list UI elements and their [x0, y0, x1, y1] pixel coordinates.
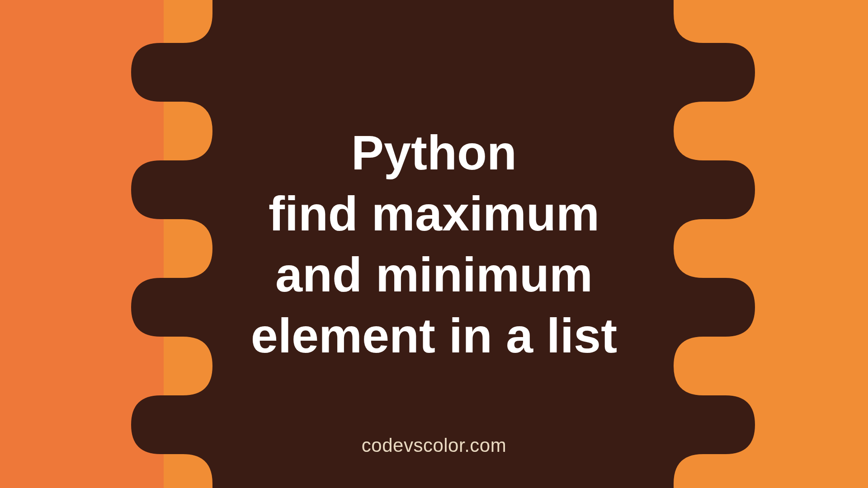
hero-banner: Python find maximum and minimum element … — [0, 0, 868, 488]
site-credit: codevscolor.com — [362, 435, 506, 456]
headline-text: Python find maximum and minimum element … — [251, 122, 617, 366]
